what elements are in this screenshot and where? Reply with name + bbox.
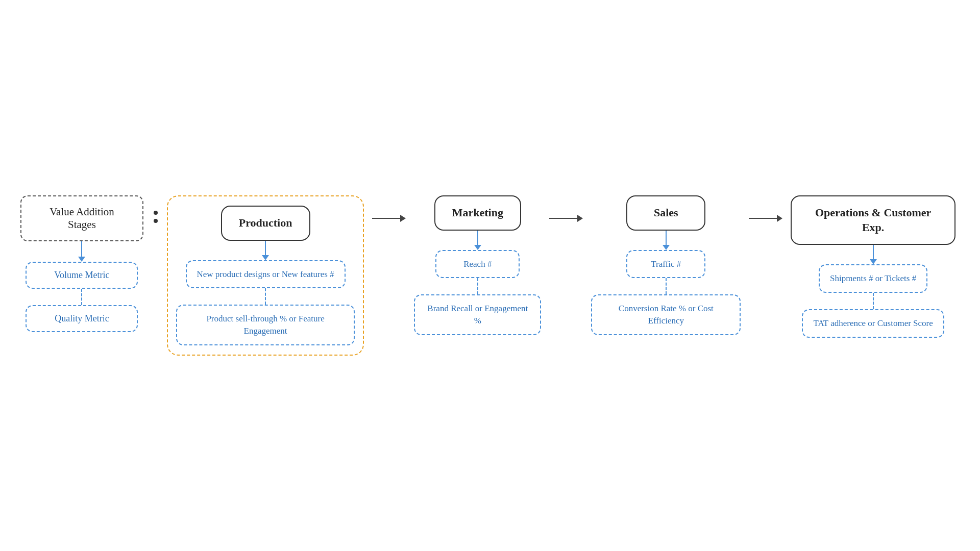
- operations-stage-box: Operations & Customer Exp.: [791, 195, 955, 245]
- sales-stage-box: Sales: [626, 195, 705, 231]
- sales-label: Sales: [654, 206, 678, 219]
- marketing-dashed-vert: [477, 278, 478, 294]
- production-outer-box: Production New product designs or New fe…: [167, 195, 364, 356]
- production-stage-box: Production: [221, 206, 310, 241]
- operations-quality-label: TAT adherence or Customer Score: [813, 318, 933, 328]
- arrow-marketing-sales: [545, 215, 587, 222]
- marketing-label: Marketing: [452, 206, 503, 219]
- bullets-connector: [149, 211, 163, 223]
- production-dashed-vert: [265, 288, 266, 305]
- h-head-2: [577, 215, 583, 222]
- marketing-stage-box: Marketing: [434, 195, 521, 231]
- quality-metric-label: Quality Metric: [55, 313, 109, 323]
- h-line-3: [749, 218, 777, 219]
- production-label: Production: [239, 216, 292, 229]
- sales-volume-box: Traffic #: [626, 250, 705, 279]
- volume-metric-box: Volume Metric: [26, 262, 138, 289]
- left-column: Value Addition Stages Volume Metric Qual…: [20, 195, 143, 332]
- operations-quality-box: TAT adherence or Customer Score: [802, 309, 944, 338]
- production-quality-label: Product sell-through % or Feature Engage…: [206, 314, 324, 336]
- marketing-volume-box: Reach #: [435, 250, 520, 279]
- volume-metric-label: Volume Metric: [54, 270, 109, 280]
- bullet-1: [154, 211, 158, 215]
- operations-column: Operations & Customer Exp. Shipments # o…: [791, 195, 955, 338]
- marketing-arrow-down: [474, 231, 481, 250]
- marketing-quality-label: Brand Recall or Engagement %: [427, 304, 528, 325]
- diagram: Value Addition Stages Volume Metric Qual…: [0, 175, 980, 376]
- production-quality-box: Product sell-through % or Feature Engage…: [176, 305, 355, 345]
- sales-arrow-down: [663, 231, 670, 250]
- sales-dashed-vert: [666, 278, 667, 294]
- arrow-production-marketing: [368, 215, 410, 222]
- production-arrow-down: [262, 241, 269, 260]
- value-addition-stages-box: Value Addition Stages: [20, 195, 143, 241]
- arrow-down-1: [78, 241, 85, 262]
- marketing-column: Marketing Reach # Brand Recall or Engage…: [414, 195, 541, 335]
- arrow-sales-operations: [745, 215, 787, 222]
- operations-label: Operations & Customer Exp.: [815, 206, 931, 234]
- h-head-1: [400, 215, 406, 222]
- marketing-quality-box: Brand Recall or Engagement %: [414, 294, 541, 335]
- h-head-3: [777, 215, 782, 222]
- production-volume-box: New product designs or New features #: [186, 260, 346, 289]
- sales-quality-label: Conversion Rate % or Cost Efficiency: [619, 304, 714, 325]
- operations-volume-box: Shipments # or Tickets #: [819, 264, 927, 293]
- sales-volume-label: Traffic #: [651, 259, 681, 269]
- operations-arrow-down: [870, 245, 877, 264]
- quality-metric-box: Quality Metric: [26, 305, 138, 332]
- h-line-1: [372, 218, 400, 219]
- production-volume-label: New product designs or New features #: [197, 269, 334, 279]
- operations-volume-label: Shipments # or Tickets #: [830, 273, 916, 283]
- sales-column: Sales Traffic # Conversion Rate % or Cos…: [591, 195, 741, 335]
- h-line-2: [549, 218, 577, 219]
- value-addition-stages-label: Value Addition Stages: [50, 206, 114, 231]
- marketing-volume-label: Reach #: [463, 259, 492, 269]
- bullet-2: [154, 219, 158, 223]
- dashed-connector-1: [81, 289, 82, 305]
- operations-dashed-vert: [873, 293, 874, 309]
- sales-quality-box: Conversion Rate % or Cost Efficiency: [591, 294, 741, 335]
